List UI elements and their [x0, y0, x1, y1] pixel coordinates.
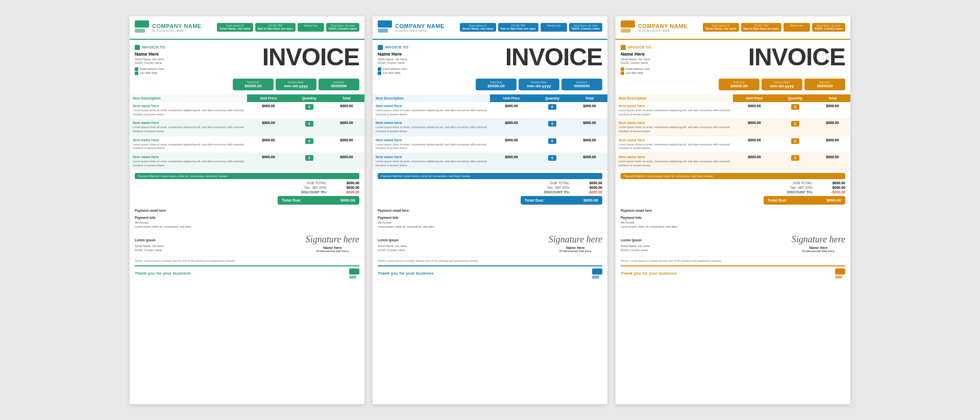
svg-rect-5: [835, 276, 842, 279]
invoice-to-section: INVOICE TO Name Here Street Name, city n…: [130, 40, 364, 79]
unit-price-cell: $000.00: [733, 153, 776, 170]
item-description-cell: Item name here Lorem ipsum dolor sit ame…: [616, 102, 733, 119]
total-cell: $000.00: [329, 153, 364, 170]
table-header-row: Item Description Unit Price Quantity Tot…: [130, 94, 364, 102]
email-icon: [135, 67, 138, 71]
invoice-card-2: COMPANY NAME SLOGAN GOES HERE Email addr…: [373, 16, 607, 404]
item-desc: Lorem ipsum dolor sit amet, consectetur …: [376, 143, 487, 151]
quantity-badge: 0: [548, 138, 556, 144]
invoice-footer: Terms: Lorem ipsum is simply dummy text …: [616, 257, 850, 281]
quantity-badge: 0: [305, 155, 313, 161]
unit-price-cell: $000.00: [733, 119, 776, 136]
total-box-value: $0000.00: [237, 84, 270, 88]
payment-method-bar: Payment Method: Lorem ipsum, dolor sit, …: [135, 173, 359, 179]
payment-info-title: Payment Info: [621, 215, 845, 220]
unit-price-cell: $000.00: [490, 153, 533, 170]
svg-rect-4: [835, 268, 845, 275]
email-icon: [621, 67, 624, 71]
header-info-box: Website here: [783, 23, 810, 32]
invoice-total-box: Invoice#: 0000000: [804, 79, 845, 90]
quantity-badge: 0: [305, 121, 313, 127]
total-due-row: Total Due: $000.00: [278, 196, 359, 205]
logo-bottom-bar: [135, 29, 145, 33]
discount-label: DISCOUNT 5%:: [529, 190, 570, 194]
payment-info-line: We Accept:: [135, 220, 359, 225]
payment-email: Payment email here: [616, 207, 850, 214]
discount-row: DISCOUNT 5%: -$000.00: [286, 190, 359, 194]
invoice-to-section: INVOICE TO Name Here Street Name, city n…: [616, 40, 850, 79]
item-name: Item name here: [376, 104, 487, 108]
lorem-title: Lorem ipsum: [621, 238, 650, 243]
total-box-label: Invoice Date:: [523, 81, 555, 84]
logo-bottom-bar: [621, 29, 631, 33]
sub-value: $000.00: [817, 181, 845, 185]
client-name: Name Here: [135, 52, 244, 57]
total-cell: $000.00: [815, 136, 850, 153]
logo-bottom-bar: [378, 29, 388, 33]
total-due-row: Total Due: $000.00: [764, 196, 845, 205]
item-name: Item name here: [619, 138, 730, 142]
signature-block: Signature here Name Here Professional ti…: [792, 234, 845, 253]
header-info-list: Email address 01 Street Name, city name …: [460, 23, 602, 32]
quantity-badge: 0: [548, 104, 556, 110]
footer-logo-icon: [349, 268, 359, 279]
item-desc: Lorem ipsum dolor sit amet, consectetur …: [133, 109, 244, 116]
company-name: COMPANY NAME: [395, 23, 445, 29]
total-due-value: $000.00: [826, 198, 841, 203]
invoice-to-label: INVOICE TO: [135, 45, 244, 50]
quantity-cell: 0: [776, 102, 815, 119]
signature-name: Name Here: [792, 246, 845, 250]
signature-block: Signature here Name Here Professional ti…: [549, 234, 602, 253]
info-box-label: Street Name, city name: [572, 24, 600, 27]
item-description-cell: Item name here Lorem ipsum dolor sit ame…: [373, 136, 490, 153]
item-desc: Lorem ipsum dolor sit amet, consectetur …: [133, 143, 244, 151]
col-unit-price: Unit Price: [247, 94, 290, 102]
payment-email: Payment email here: [130, 207, 364, 214]
info-box-label: 123-456-7890: [258, 24, 293, 27]
item-description-cell: Item name here Lorem ipsum dolor sit ame…: [130, 136, 247, 153]
header-info-box: Email address 01 Street Name, city name: [217, 23, 253, 32]
header-info-box: Street Name, city name 51234, Country na…: [326, 23, 359, 32]
footer-logo-icon: [835, 268, 845, 279]
total-box-value: 0000000: [808, 84, 841, 88]
quantity-cell: 0: [290, 153, 329, 170]
quantity-badge: 0: [305, 138, 313, 144]
total-box-label: Invoice Date:: [280, 81, 312, 84]
table-header-row: Item Description Unit Price Quantity Tot…: [616, 94, 850, 102]
invoice-to-text: INVOICE TO: [628, 45, 651, 50]
table-row: Item name here Lorem ipsum dolor sit ame…: [616, 136, 850, 153]
tax-row: Tax: VAT 20%: $000.00: [772, 186, 845, 189]
table-row: Item name here Lorem ipsum dolor sit ame…: [616, 153, 850, 170]
footer-bottom: Thank you for your business: [621, 265, 845, 279]
invoice-total-box: Total Due: $0000.00: [719, 79, 760, 90]
payment-info: Payment Info We Accept:Lorem ipsum, dolo…: [616, 214, 850, 232]
item-desc: Lorem ipsum dolor sit amet, consectetur …: [619, 109, 730, 116]
subtotal-row: SUB TOTAL: $000.00: [772, 181, 845, 185]
client-contact: Email address here 123-456-7890: [135, 67, 244, 75]
header-info-box: 123-456-7890 9am to 5pm lines are open: [255, 23, 296, 32]
logo-text: COMPANY NAME SLOGAN GOES HERE: [152, 23, 202, 32]
payment-email: Payment email here: [373, 207, 607, 214]
tax-label: Tax: VAT 20%:: [772, 186, 813, 189]
tax-row: Tax: VAT 20%: $000.00: [529, 186, 602, 189]
invoice-title: INVOICE: [487, 45, 602, 69]
col-description: Item Description: [373, 94, 490, 102]
info-box-label: Email address 01: [462, 24, 494, 27]
table-row: Item name here Lorem ipsum dolor sit ame…: [373, 136, 607, 153]
table-row: Item name here Lorem ipsum dolor sit ame…: [616, 119, 850, 136]
total-box-label: Total Due:: [723, 81, 755, 84]
unit-price-cell: $000.00: [733, 136, 776, 153]
contact-email-row: Email address here: [378, 67, 487, 71]
item-description-cell: Item name here Lorem ipsum dolor sit ame…: [616, 153, 733, 170]
contact-phone-row: 123-456-7890: [378, 71, 487, 75]
client-name: Name Here: [621, 52, 730, 57]
unit-price-cell: $000.00: [247, 136, 290, 153]
col-description: Item Description: [616, 94, 733, 102]
item-name: Item name here: [133, 104, 244, 108]
tax-label: Tax: VAT 20%:: [529, 186, 570, 189]
col-unit-price: Unit Price: [733, 94, 776, 102]
header-info-box: Website here: [298, 23, 324, 32]
tax-value: $000.00: [574, 186, 602, 189]
discount-value: -$000.00: [817, 190, 845, 194]
total-cell: $000.00: [572, 102, 607, 119]
